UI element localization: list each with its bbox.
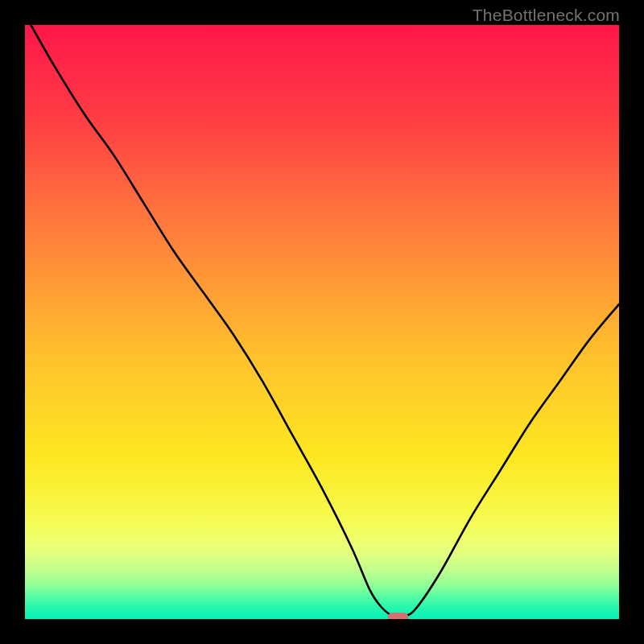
bottleneck-curve-path xyxy=(31,25,619,617)
chart-frame: TheBottleneck.com xyxy=(0,0,644,644)
watermark-text: TheBottleneck.com xyxy=(473,6,620,25)
curve-svg xyxy=(25,25,619,619)
plot-area xyxy=(25,25,619,619)
optimal-marker xyxy=(388,613,409,619)
